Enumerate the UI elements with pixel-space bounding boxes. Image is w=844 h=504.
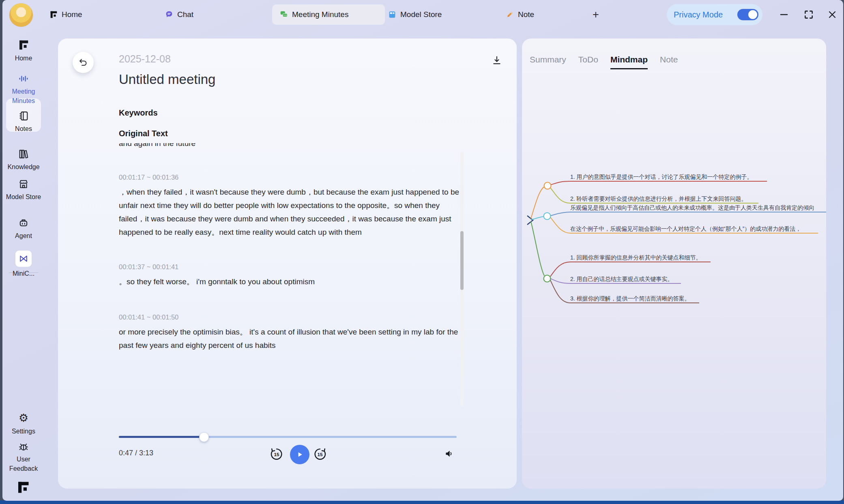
sidebar-item-notes[interactable]: Notes [2, 110, 45, 133]
fullscreen-button[interactable] [800, 0, 818, 29]
toggle-knob [748, 10, 757, 19]
segment-timestamp: 00:01:37 ~ 00:01:41 [119, 263, 468, 271]
sidebar-item-settings[interactable]: ⚙ Settings [2, 412, 45, 436]
mindmap-branch-node[interactable] [544, 213, 551, 220]
mindmap-leaf: 2. 聆听者需要对听众提供的信息进行分析，并根据上下文来回答问题。 [570, 195, 747, 202]
tab-note[interactable]: Note [505, 0, 534, 29]
original-text-heading: Original Text [119, 129, 168, 138]
minicpm-logo-icon [15, 251, 32, 267]
keywords-heading: Keywords [119, 108, 158, 118]
mindmap-leaf: 1. 回顾你所掌握的信息并分析其中的关键点和细节。 [570, 254, 702, 261]
playback-time: 0:47 / 3:13 [119, 449, 153, 457]
tab-meeting-minutes[interactable]: Meeting Minutes [279, 0, 348, 29]
segment-text: or more precisely the optimisin bias。 it… [119, 325, 468, 352]
transcript-content: and again in the future 00:01:17 ~ 00:01… [119, 143, 468, 352]
meeting-date: 2025-12-08 [119, 53, 171, 65]
logo-f-icon [49, 10, 58, 19]
mindmap-branch-node[interactable] [544, 182, 551, 189]
play-icon [296, 450, 304, 459]
privacy-mode-label: Privacy Mode [674, 10, 737, 19]
new-tab-button[interactable]: + [593, 0, 599, 29]
sidebar: Home Meeting Minutes Notes [2, 29, 58, 501]
mindmap-leaf: 1. 用户的意图似乎是提供一个对话，讨论了乐观偏见和一个特定的例子。 [570, 174, 753, 180]
tab-model-store[interactable]: Model Store [388, 0, 442, 29]
mindmap-graph [522, 39, 826, 489]
transcript-segment[interactable]: 00:01:17 ~ 00:01:36 ，when they failed，it… [119, 174, 468, 239]
sidebar-settings-label: Settings [12, 428, 35, 435]
speaker-icon [444, 448, 454, 459]
skip-back-15-icon: 15 [269, 446, 284, 462]
download-button[interactable] [490, 53, 504, 68]
privacy-mode-control: Privacy Mode [667, 4, 762, 25]
segment-timestamp: 00:01:17 ~ 00:01:36 [119, 174, 468, 181]
minimize-icon [779, 10, 789, 19]
fullscreen-icon [803, 9, 814, 20]
gear-icon: ⚙ [2, 412, 45, 424]
sidebar-item-home[interactable]: Home [2, 39, 45, 63]
analysis-panel: Summary ToDo Mindmap Note [522, 39, 826, 489]
transcript-segment[interactable]: 00:01:41 ~ 00:01:50 or more precisely th… [119, 313, 468, 352]
sidebar-minicpm-label: MiniC... [13, 270, 34, 277]
close-button[interactable] [823, 0, 841, 29]
tab-meeting-minutes-label: Meeting Minutes [292, 10, 348, 19]
robot-icon [18, 217, 29, 229]
sidebar-item-user-feedback[interactable]: User Feedback [2, 441, 45, 473]
privacy-mode-toggle[interactable] [737, 9, 758, 20]
segment-timestamp: 00:01:41 ~ 00:01:50 [119, 313, 468, 321]
tab-model-store-label: Model Store [400, 10, 442, 19]
mindmap-leaf: 乐观偏见是指人们倾向于高估自己或他人的未来成功概率。这是由于人类天生具有自我肯定… [570, 204, 826, 211]
store-window-icon [388, 10, 397, 19]
volume-button[interactable] [442, 446, 456, 461]
scrollbar-thumb[interactable] [460, 231, 464, 290]
sidebar-knowledge-label: Knowledge [7, 163, 39, 170]
app-logo-f [16, 480, 30, 495]
tab-home[interactable]: Home [49, 0, 82, 29]
sidebar-notes-label: Notes [15, 125, 32, 132]
transcript-scrollbar[interactable] [460, 152, 464, 406]
back-arrow-icon [78, 58, 88, 67]
title-bar: Home Chat Meeting Minutes [2, 0, 843, 29]
bug-icon [18, 441, 29, 452]
sidebar-agent-label: Agent [15, 232, 32, 239]
meeting-title: Untitled meeting [119, 72, 215, 87]
app-window: Home Chat Meeting Minutes [0, 0, 844, 504]
play-button[interactable] [290, 445, 309, 464]
sidebar-item-minicpm[interactable]: MiniC... [2, 251, 45, 278]
back-button[interactable] [73, 52, 94, 73]
tab-chat-label: Chat [177, 10, 193, 19]
notebook-icon [18, 110, 29, 122]
mindmap-root-node [527, 216, 533, 225]
meeting-detail-panel: 2025-12-08 Untitled meeting Keywords Ori… [58, 39, 517, 489]
sidebar-item-meeting-minutes[interactable]: Meeting Minutes [2, 73, 45, 105]
skip-back-15-button[interactable]: 15 [268, 446, 285, 462]
segment-text: ，when they failed，it wasn't because they… [119, 185, 468, 239]
svg-text:15: 15 [318, 452, 323, 457]
progress-handle[interactable] [199, 432, 209, 442]
audio-progress-slider[interactable] [119, 436, 457, 438]
svg-text:15: 15 [274, 452, 279, 457]
skip-forward-15-button[interactable]: 15 [312, 446, 328, 462]
storefront-icon [18, 178, 29, 190]
waveform-icon [18, 73, 29, 84]
sidebar-home-label: Home [15, 55, 32, 62]
mindmap-canvas[interactable]: 1. 用户的意图似乎是提供一个对话，讨论了乐观偏见和一个特定的例子。 2. 聆听… [522, 39, 826, 489]
mindmap-leaf: 3. 根据你的理解，提供一个简洁而清晰的答案。 [570, 295, 690, 302]
pencil-icon [505, 10, 514, 19]
minimize-button[interactable] [775, 0, 793, 29]
download-icon [492, 55, 502, 66]
progress-fill [119, 436, 204, 438]
tab-home-label: Home [62, 10, 82, 19]
tab-chat[interactable]: Chat [165, 0, 193, 29]
mindmap-leaf: 2. 用自己的话总结主要观点或关键事实。 [570, 276, 673, 283]
transcript-scroll-area[interactable]: and again in the future 00:01:17 ~ 00:01… [119, 143, 468, 424]
sidebar-item-model-store[interactable]: Model Store [2, 178, 45, 202]
transcript-segment[interactable]: 00:01:37 ~ 00:01:41 。so they felt worse。… [119, 263, 468, 288]
mindmap-leaf: 在这个例子中，乐观偏见可能会影响一个人对特定个人（例如“那个人”）的成功潜力的看… [570, 225, 826, 232]
chat-bubble-icon [165, 10, 174, 19]
user-avatar[interactable] [9, 3, 33, 27]
mindmap-branch-node[interactable] [544, 275, 551, 282]
sidebar-item-knowledge[interactable]: Knowledge [2, 148, 45, 172]
books-icon [18, 148, 29, 160]
logo-f-icon [17, 39, 30, 51]
sidebar-item-agent[interactable]: Agent [2, 217, 45, 240]
